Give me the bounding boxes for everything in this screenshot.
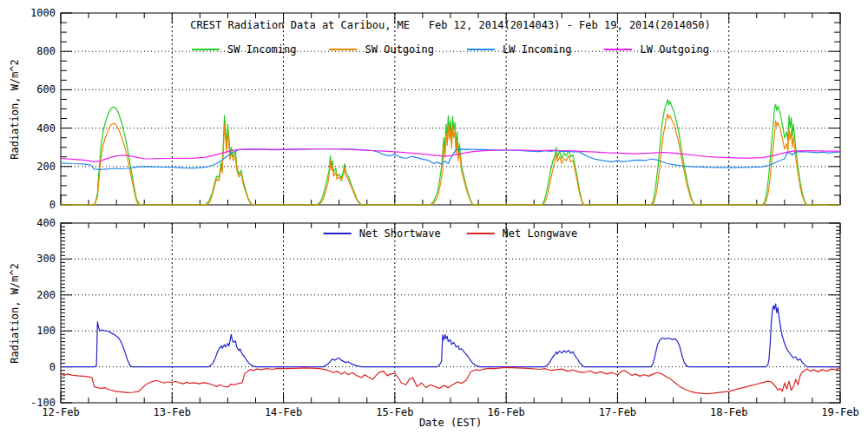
panel-border-top: [61, 13, 840, 205]
legend-item-sw-outgoing: SW Outgoing: [330, 43, 434, 56]
y-tick-label: 400: [36, 217, 56, 229]
y-axis-label-bottom: Radiation, W/m^2: [9, 263, 21, 364]
x-tick-label-16-Feb: 16-Feb: [487, 406, 524, 418]
x-tick-label-19-Feb: 19-Feb: [821, 406, 858, 418]
legend-item-net-shortwave: Net Shortwave: [324, 227, 441, 240]
y-tick-label: 800: [36, 45, 56, 57]
x-axis-label: Date (EST): [419, 417, 482, 429]
legend-line-sw-incoming-icon: [192, 49, 220, 50]
legend-line-sw-outgoing-icon: [330, 49, 358, 50]
legend-top: SW Incoming SW Outgoing LW Incoming LW O…: [192, 43, 709, 56]
panel-border-bottom: [61, 223, 840, 403]
chart-canvas: 02004006008001000-100010020030040012-Feb…: [0, 0, 868, 434]
panel-top: 02004006008001000: [30, 7, 840, 211]
chart-title: CREST Radiation Data at Caribou, ME Feb …: [190, 19, 711, 31]
legend-label-sw-incoming: SW Incoming: [227, 43, 296, 56]
legend-line-lw-outgoing-icon: [604, 49, 632, 50]
legend-item-lw-outgoing: LW Outgoing: [604, 43, 708, 56]
legend-item-sw-incoming: SW Incoming: [192, 43, 296, 56]
y-tick-label: 200: [36, 289, 56, 301]
legend-line-lw-incoming-icon: [467, 49, 495, 50]
x-tick-label-12-Feb: 12-Feb: [42, 406, 79, 418]
series-net-shortwave: [61, 304, 840, 367]
x-tick-label-17-Feb: 17-Feb: [599, 406, 636, 418]
y-tick-label: 300: [36, 253, 56, 265]
y-tick-label: 1000: [30, 7, 56, 19]
series-sw-incoming: [61, 100, 840, 206]
legend-line-net-longwave-icon: [467, 233, 495, 234]
y-tick-label: 400: [36, 122, 56, 135]
x-tick-label-14-Feb: 14-Feb: [265, 406, 302, 418]
x-tick-label-15-Feb: 15-Feb: [376, 406, 413, 418]
series-net-longwave: [61, 367, 840, 393]
y-tick-label: 200: [36, 161, 56, 173]
y-tick-label: 100: [36, 325, 56, 337]
legend-bottom: Net Shortwave Net Longwave: [324, 227, 578, 240]
panel-bottom: -100010020030040012-Feb13-Feb14-Feb15-Fe…: [30, 217, 859, 418]
legend-label-lw-incoming: LW Incoming: [503, 43, 571, 56]
legend-item-lw-incoming: LW Incoming: [467, 43, 571, 56]
radiation-chart-figure: 02004006008001000-100010020030040012-Feb…: [0, 0, 868, 434]
legend-label-net-longwave: Net Longwave: [503, 227, 578, 240]
legend-line-net-shortwave-icon: [324, 233, 352, 234]
y-tick-label: 0: [49, 199, 56, 211]
legend-label-sw-outgoing: SW Outgoing: [365, 43, 434, 56]
legend-item-net-longwave: Net Longwave: [467, 227, 578, 240]
y-tick-label: 600: [36, 83, 56, 95]
x-tick-label-13-Feb: 13-Feb: [154, 406, 191, 418]
x-tick-label-18-Feb: 18-Feb: [710, 406, 747, 418]
legend-label-net-shortwave: Net Shortwave: [359, 227, 441, 240]
legend-label-lw-outgoing: LW Outgoing: [640, 43, 708, 56]
y-axis-label-top: Radiation, W/m^2: [9, 59, 21, 160]
y-tick-label: 0: [49, 361, 56, 373]
